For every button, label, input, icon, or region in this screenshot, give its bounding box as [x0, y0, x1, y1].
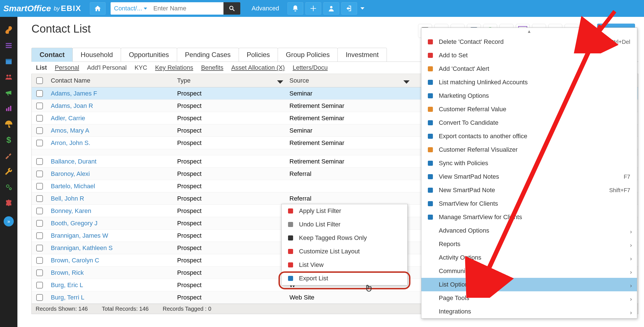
- contact-name-link[interactable]: Ballance, Durant: [51, 158, 97, 165]
- contact-name-link[interactable]: Amos, Mary A: [51, 127, 89, 134]
- scroll-up-icon[interactable]: ▲: [421, 28, 637, 35]
- menu-item-sync-with-policies[interactable]: Sync with Policies: [421, 156, 637, 170]
- contact-name-link[interactable]: Baronoy, Alexi: [51, 170, 90, 177]
- chevron-down-icon[interactable]: [360, 7, 364, 10]
- contact-name-link[interactable]: Adams, Joan R: [51, 102, 93, 109]
- sidebar-links[interactable]: [3, 22, 14, 38]
- sidebar-menu[interactable]: [3, 38, 14, 53]
- advanced-search-link[interactable]: Advanced: [252, 5, 279, 12]
- tab-group-policies[interactable]: Group Policies: [278, 48, 338, 62]
- menu-item-convert-to-candidate[interactable]: Convert To Candidate: [421, 116, 637, 130]
- search-type-dropdown[interactable]: Contact/...: [111, 5, 150, 12]
- login-button[interactable]: [341, 2, 357, 15]
- row-checkbox[interactable]: [36, 282, 43, 289]
- column-type[interactable]: Type: [174, 77, 286, 84]
- contact-name-link[interactable]: Burg, Terri L: [51, 294, 84, 301]
- contact-name-link[interactable]: Brown, Rick: [51, 269, 84, 276]
- sidebar-settings[interactable]: [3, 179, 14, 195]
- filter-icon[interactable]: [403, 80, 410, 84]
- sidebar-tools[interactable]: [3, 164, 14, 179]
- tab-policies[interactable]: Policies: [239, 48, 278, 62]
- row-checkbox[interactable]: [36, 90, 43, 97]
- contact-name-link[interactable]: Bonney, Karen: [51, 207, 91, 214]
- search-button[interactable]: [223, 2, 240, 15]
- column-source[interactable]: Source: [286, 77, 412, 84]
- select-all-checkbox[interactable]: [36, 77, 43, 84]
- subtab-add-l-personal[interactable]: Add'l Personal: [87, 64, 127, 71]
- contact-name-link[interactable]: Burg, Eric L: [51, 281, 83, 289]
- notifications-button[interactable]: [287, 2, 303, 15]
- contact-name-link[interactable]: Brannigan, Kathleen S: [51, 244, 113, 251]
- menu-item-manage-smartview-for-clients[interactable]: Manage SmartView for Clients: [421, 210, 637, 224]
- menu-item-page-tools[interactable]: Page Tools›: [421, 291, 637, 305]
- submenu-item-undo-list-filter[interactable]: Undo List Filter: [282, 218, 407, 231]
- submenu-item-customize-list-layout[interactable]: Customize List Layout: [282, 245, 407, 258]
- menu-item-new-smartpad-note[interactable]: New SmartPad NoteShift+F7: [421, 183, 637, 197]
- add-button[interactable]: [305, 2, 321, 15]
- sidebar-announce[interactable]: [3, 85, 14, 101]
- row-checkbox[interactable]: [36, 158, 43, 165]
- contact-name-link[interactable]: Bell, John R: [51, 195, 84, 202]
- row-checkbox[interactable]: [36, 294, 43, 301]
- tab-household[interactable]: Household: [72, 48, 121, 62]
- sidebar-expand[interactable]: »: [4, 216, 14, 226]
- contact-name-link[interactable]: Brown, Carolyn C: [51, 257, 99, 264]
- tab-investment[interactable]: Investment: [337, 48, 387, 62]
- row-checkbox[interactable]: [36, 208, 43, 214]
- contact-name-link[interactable]: Adams, James F: [51, 90, 97, 97]
- sidebar-calendar[interactable]: [3, 53, 14, 69]
- submenu-item-keep-tagged-rows-only[interactable]: Keep Tagged Rows Only: [282, 231, 407, 245]
- submenu-item-export-list[interactable]: Export List: [282, 272, 407, 285]
- filter-icon[interactable]: [277, 80, 283, 84]
- menu-item-add-to-set[interactable]: Add to Set: [421, 49, 637, 62]
- column-name[interactable]: Contact Name: [47, 77, 174, 84]
- subtab-letters-docu[interactable]: Letters/Docu: [293, 64, 328, 71]
- user-button[interactable]: [323, 2, 339, 15]
- row-checkbox[interactable]: [36, 220, 43, 227]
- menu-item-view-smartpad-notes[interactable]: View SmartPad NotesF7: [421, 170, 637, 183]
- search-input[interactable]: [150, 2, 223, 15]
- subtab-key-relations[interactable]: Key Relations: [155, 64, 193, 71]
- menu-item-customer-referral-visualizer[interactable]: Customer Referral Visualizer: [421, 143, 637, 156]
- home-button[interactable]: [90, 2, 106, 15]
- row-checkbox[interactable]: [36, 245, 43, 251]
- contact-name-link[interactable]: Brannigan, James W: [51, 232, 108, 239]
- row-checkbox[interactable]: [36, 195, 43, 202]
- sidebar-umbrella[interactable]: [3, 116, 14, 132]
- sidebar-people[interactable]: [3, 69, 14, 85]
- menu-item-marketing-options[interactable]: Marketing Options: [421, 89, 637, 103]
- subtab-kyc[interactable]: KYC: [134, 64, 147, 71]
- contact-name-link[interactable]: Arron, John S.: [51, 139, 90, 146]
- subtab-asset-allocation-x-[interactable]: Asset Allocation (X): [231, 64, 285, 71]
- row-checkbox[interactable]: [36, 115, 43, 122]
- menu-item-smartview-for-clients[interactable]: SmartView for Clients: [421, 197, 637, 210]
- menu-item-customer-referral-value[interactable]: Customer Referral Value: [421, 103, 637, 116]
- menu-item-export-contacts-to-another-office[interactable]: Export contacts to another office: [421, 130, 637, 143]
- menu-item-add-contact-alert[interactable]: Add 'Contact' Alert: [421, 62, 637, 76]
- row-checkbox[interactable]: [36, 257, 43, 264]
- sidebar-reports[interactable]: [3, 101, 14, 116]
- sidebar-money[interactable]: $: [3, 132, 14, 148]
- tab-opportunities[interactable]: Opportunities: [121, 48, 177, 62]
- menu-item-advanced-options[interactable]: Advanced Options›: [421, 224, 637, 237]
- subtab-personal[interactable]: Personal: [55, 64, 79, 71]
- menu-item-reports[interactable]: Reports›: [421, 237, 637, 251]
- sidebar-plugins[interactable]: [3, 195, 14, 211]
- menu-item-communications[interactable]: Communications›: [421, 264, 637, 278]
- subtab-benefits[interactable]: Benefits: [201, 64, 223, 71]
- sidebar-gavel[interactable]: [3, 148, 14, 164]
- row-checkbox[interactable]: [36, 269, 43, 276]
- row-checkbox[interactable]: [36, 127, 43, 134]
- menu-item-integrations[interactable]: Integrations›: [421, 305, 637, 318]
- row-checkbox[interactable]: [36, 183, 43, 190]
- contact-name-link[interactable]: Booth, Gregory J: [51, 220, 97, 227]
- subtab-list[interactable]: List: [36, 64, 47, 71]
- menu-item-delete-contact-record[interactable]: Delete 'Contact' RecordCtrl+Del: [421, 35, 637, 49]
- row-checkbox[interactable]: [36, 232, 43, 239]
- submenu-item-list-view[interactable]: List View: [282, 258, 407, 272]
- tab-pending-cases[interactable]: Pending Cases: [177, 48, 239, 62]
- row-checkbox[interactable]: [36, 171, 43, 177]
- contact-name-link[interactable]: Adler, Carrie: [51, 115, 85, 122]
- row-checkbox[interactable]: [36, 140, 43, 146]
- tab-contact[interactable]: Contact: [31, 48, 73, 62]
